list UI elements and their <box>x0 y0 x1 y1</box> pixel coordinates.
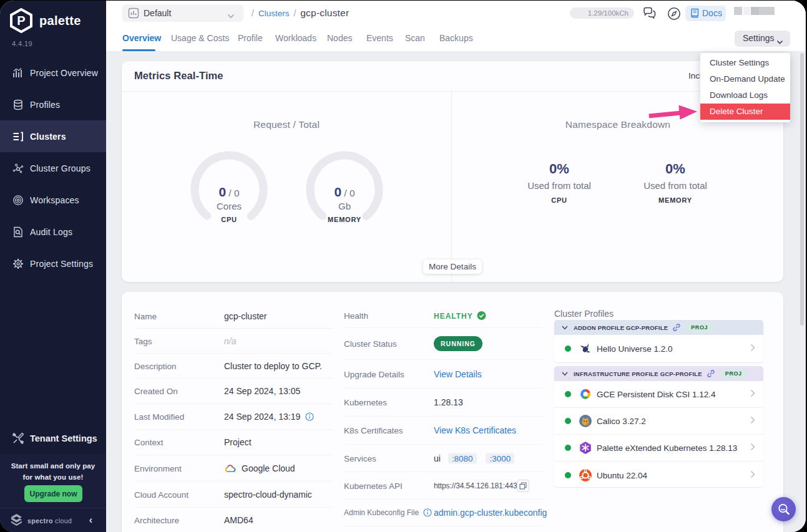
scrollbar-thumb[interactable] <box>800 53 804 326</box>
profile-layer-gce-disk[interactable]: GCE Persistent Disk CSI 1.12.4 <box>554 381 763 408</box>
copy-icon[interactable] <box>517 480 529 492</box>
clusters-list-icon <box>12 131 24 142</box>
help-compass-icon[interactable] <box>666 6 682 22</box>
tab-profile[interactable]: Profile <box>238 33 263 43</box>
detail-label: Context <box>134 438 164 447</box>
detail-label: Architecture <box>134 516 179 525</box>
tab-workloads[interactable]: Workloads <box>275 33 316 43</box>
detail-value: 1.28.13 <box>434 397 463 407</box>
sidebar-item-label: Clusters <box>30 132 66 142</box>
sidebar-item-project-settings[interactable]: Project Settings <box>0 248 106 279</box>
app-window: P palette 4.4.19 Project Overview Profil… <box>0 1 806 532</box>
breadcrumb-current: gcp-cluster <box>300 7 349 19</box>
sidebar-item-cluster-groups[interactable]: Cluster Groups <box>0 152 106 184</box>
breadcrumb-clusters-link[interactable]: Clusters <box>258 9 290 18</box>
tab-overview[interactable]: Overview <box>122 33 161 43</box>
namespace-memory-caption: Used from total <box>619 180 731 191</box>
proj-scope-badge: PROJ <box>720 369 747 379</box>
sidebar-item-audit-logs[interactable]: Audit Logs <box>0 216 106 248</box>
detail-label: Name <box>134 311 157 321</box>
infrastructure-profile-name: INFRASTRUCTURE PROFILE GCP-PROFILE <box>574 370 702 377</box>
detail-value: AMD64 <box>224 515 253 525</box>
cpu-gauge: 0 / 0 Cores CPU <box>190 151 268 228</box>
resource-center-button[interactable] <box>771 497 796 521</box>
service-port-8080-link[interactable]: :8080 <box>448 453 477 463</box>
detail-label: K8s Certificates <box>344 426 403 435</box>
menu-item-on-demand-update[interactable]: On-Demand Update <box>700 71 790 87</box>
detail-value: Google Cloud <box>224 463 295 473</box>
gear-icon <box>12 258 24 269</box>
docs-button-label: Docs <box>702 8 722 18</box>
redacted-block <box>751 7 759 15</box>
promo-text: Start small and only pay for what you us… <box>0 460 106 483</box>
include-label: Incl <box>688 71 702 80</box>
service-port-3000-link[interactable]: :3000 <box>486 453 514 463</box>
detail-row-tags: Tags n/a <box>134 329 333 354</box>
chevron-down-icon <box>227 10 235 21</box>
detail-row-description: Description Cluster to deploy to GCP. <box>134 354 333 379</box>
feedback-chat-icon[interactable] <box>642 6 658 22</box>
addon-profile-group: ADDON PROFILE GCP-PROFILE PROJ Hello Uni… <box>554 320 763 362</box>
hello-universe-icon <box>579 342 592 355</box>
link-icon[interactable] <box>707 369 715 378</box>
redacted-avatar <box>734 7 742 15</box>
namespace-cpu-percent: 0% <box>503 161 615 177</box>
profile-layer-calico[interactable]: Calico 3.27.2 <box>554 408 763 435</box>
profile-layer-ubuntu[interactable]: Ubuntu 22.04 <box>554 462 763 487</box>
profile-layer-palette-extended-kubernetes[interactable]: Palette eXtended Kubernetes 1.28.13 <box>554 435 763 462</box>
more-details-button[interactable]: More Details <box>423 259 482 274</box>
addon-profile-header[interactable]: ADDON PROFILE GCP-PROFILE PROJ <box>554 320 763 335</box>
link-icon[interactable] <box>672 323 681 332</box>
collapse-sidebar-icon[interactable]: ‹ <box>89 515 92 526</box>
detail-value: gcp-cluster <box>224 311 267 321</box>
workspaces-icon <box>12 195 24 206</box>
sidebar-item-project-overview[interactable]: Project Overview <box>0 57 106 89</box>
upgrade-now-button[interactable]: Upgrade now <box>24 485 82 502</box>
detail-label: Services <box>344 453 376 463</box>
tab-events[interactable]: Events <box>366 33 393 43</box>
sidebar-item-workspaces[interactable]: Workspaces <box>0 184 106 216</box>
chevron-right-icon <box>750 470 755 481</box>
palette-logo-icon: P <box>9 8 34 33</box>
sidebar-item-label: Profiles <box>30 100 60 110</box>
addon-profile-name: ADDON PROFILE GCP-PROFILE <box>574 324 668 331</box>
detail-label: Upgrade Details <box>344 369 404 379</box>
settings-button[interactable]: Settings <box>735 31 790 47</box>
database-icon <box>12 99 24 110</box>
tab-backups[interactable]: Backups <box>439 33 473 43</box>
status-row-admin-kubeconfig: Admin Kubeconfig File admin.gcp-cluster.… <box>344 500 544 526</box>
menu-item-cluster-settings[interactable]: Cluster Settings <box>700 55 790 71</box>
project-selector[interactable]: Default <box>122 4 243 22</box>
sidebar-item-tenant-settings[interactable]: Tenant Settings <box>0 422 106 454</box>
tab-usage-costs[interactable]: Usage & Costs <box>171 33 229 43</box>
docs-button[interactable]: Docs <box>685 6 726 21</box>
tab-scan[interactable]: Scan <box>405 33 425 43</box>
redacted-block <box>743 7 750 15</box>
metrics-divider <box>451 92 452 282</box>
menu-item-download-logs[interactable]: Download Logs <box>700 87 790 104</box>
detail-row-architecture: Architecture AMD64 <box>134 508 333 532</box>
sidebar-item-clusters[interactable]: Clusters <box>0 120 106 152</box>
view-k8s-certificates-link[interactable]: View K8s Certificates <box>434 425 516 435</box>
cpu-gauge-unit: Cores <box>190 201 268 211</box>
audit-doc-icon <box>12 226 24 238</box>
namespace-cpu-caption: Used from total <box>503 180 615 191</box>
chevron-right-icon <box>750 415 755 427</box>
spectro-cloud-name: spectro cloud <box>27 517 72 525</box>
proj-scope-badge: PROJ <box>686 323 713 332</box>
admin-kubeconfig-link[interactable]: admin.gcp-cluster.kubeconfig <box>434 508 547 518</box>
brand-name: palette <box>39 14 81 28</box>
detail-row-cloud-account: Cloud Account spectro-cloud-dynamic <box>134 481 333 508</box>
view-details-link[interactable]: View Details <box>434 369 482 379</box>
detail-label: Kubernetes API <box>344 481 403 490</box>
palette-logo: P palette <box>9 8 81 33</box>
tab-nodes[interactable]: Nodes <box>327 33 352 43</box>
sidebar-item-profiles[interactable]: Profiles <box>0 89 106 120</box>
active-tab-underline <box>122 49 155 51</box>
cpu-gauge-value: 0 / 0 <box>190 185 268 200</box>
menu-item-delete-cluster[interactable]: Delete Cluster <box>700 104 790 120</box>
profile-layer-hello-universe[interactable]: Hello Universe 1.2.0 <box>554 335 763 362</box>
status-row-kubernetes: Kubernetes 1.28.13 <box>344 389 544 417</box>
infrastructure-profile-header[interactable]: INFRASTRUCTURE PROFILE GCP-PROFILE PROJ <box>554 366 763 381</box>
version-label: 4.4.19 <box>12 40 32 47</box>
